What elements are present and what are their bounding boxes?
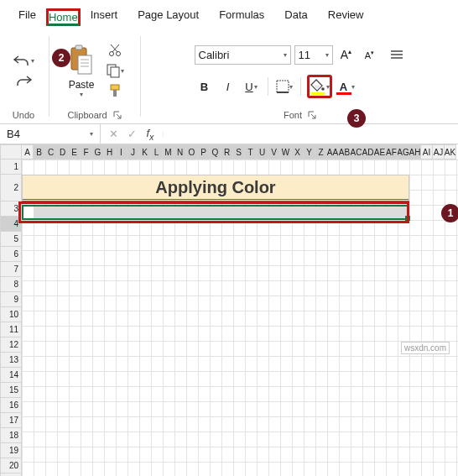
col-header[interactable]: AG [398, 144, 409, 160]
col-header[interactable]: L [151, 144, 163, 160]
col-header[interactable]: D [57, 144, 69, 160]
formula-bar[interactable] [163, 131, 458, 138]
formula-bar-row: B4▾ ✕ ✓ fx [0, 124, 458, 144]
col-header[interactable]: AB [339, 144, 351, 160]
col-header[interactable]: B [34, 144, 45, 160]
tab-review[interactable]: Review [318, 3, 374, 26]
row-header[interactable]: 5 [0, 232, 22, 247]
col-header[interactable]: U [257, 144, 268, 160]
col-header[interactable]: AK [445, 144, 456, 160]
row-header[interactable]: 10 [0, 307, 22, 322]
spreadsheet-grid[interactable]: ABCDEFGHIJKLMNOPQRSTUVWXYZAAABACADAEAFAG… [0, 144, 458, 476]
row-header[interactable]: 18 [0, 428, 22, 443]
row-header[interactable]: 9 [0, 292, 22, 307]
underline-button[interactable]: U▾ [242, 75, 262, 98]
tab-data[interactable]: Data [274, 3, 317, 26]
svg-rect-1 [75, 45, 82, 50]
col-header[interactable]: AE [374, 144, 386, 160]
svg-point-7 [117, 52, 121, 56]
italic-button[interactable]: I [218, 75, 238, 98]
col-header[interactable]: F [81, 144, 92, 160]
font-group-label: Font [284, 110, 302, 120]
title-cell[interactable]: Applying Color [22, 175, 409, 201]
col-header[interactable]: T [245, 144, 257, 160]
format-painter-button[interactable] [103, 81, 127, 100]
row-header[interactable]: 6 [0, 247, 22, 262]
select-all-corner[interactable] [0, 144, 22, 160]
col-header[interactable]: J [128, 144, 139, 160]
col-header[interactable]: V [268, 144, 280, 160]
col-header[interactable]: R [221, 144, 233, 160]
row-header[interactable]: 16 [0, 398, 22, 413]
col-header[interactable]: Z [315, 144, 327, 160]
col-header[interactable]: M [163, 144, 174, 160]
paste-button[interactable]: Paste ▾ [63, 42, 100, 100]
undo-button[interactable]: ▾ [12, 51, 35, 70]
ribbon: ▾ Undo Paste ▾ [0, 26, 458, 124]
col-header[interactable]: G [92, 144, 104, 160]
col-header[interactable]: C [45, 144, 57, 160]
col-header[interactable]: E [69, 144, 81, 160]
fill-color-button[interactable]: ▾ [307, 75, 332, 98]
name-box[interactable]: B4▾ [0, 124, 101, 144]
borders-button[interactable]: ▾ [274, 75, 294, 98]
row-header[interactable]: 20 [0, 458, 22, 473]
row-header[interactable]: 11 [0, 322, 22, 337]
col-header[interactable]: AC [351, 144, 362, 160]
row-header[interactable]: 8 [0, 277, 22, 292]
col-header[interactable]: AI [421, 144, 433, 160]
col-header[interactable]: P [198, 144, 210, 160]
svg-rect-15 [277, 81, 289, 92]
col-header[interactable]: S [233, 144, 245, 160]
font-color-button[interactable]: A▾ [336, 75, 356, 98]
fx-button[interactable]: fx [143, 127, 158, 142]
col-header[interactable]: O [186, 144, 198, 160]
increase-font-button[interactable]: A▴ [336, 43, 357, 66]
redo-button[interactable] [12, 71, 35, 90]
tab-page-layout[interactable]: Page Layout [128, 3, 209, 26]
annotation-badge-1: 1 [441, 204, 458, 222]
paint-bucket-icon [310, 78, 326, 95]
font-name-select[interactable]: Calibri▾ [195, 45, 291, 65]
row-header[interactable]: 15 [0, 383, 22, 398]
row-header[interactable]: 14 [0, 368, 22, 383]
col-header[interactable]: AH [409, 144, 421, 160]
col-header[interactable]: W [280, 144, 292, 160]
tab-formulas[interactable]: Formulas [209, 3, 274, 26]
col-header[interactable]: A [22, 144, 34, 160]
cut-button[interactable] [103, 41, 127, 60]
tab-insert[interactable]: Insert [81, 3, 128, 26]
row-header[interactable]: 17 [0, 413, 22, 428]
col-header[interactable]: Y [304, 144, 315, 160]
decrease-font-button[interactable]: A▾ [360, 43, 380, 66]
dialog-launcher-icon[interactable] [307, 110, 317, 120]
col-header[interactable]: N [174, 144, 186, 160]
row-header[interactable]: 19 [0, 443, 22, 458]
col-header[interactable]: K [139, 144, 151, 160]
svg-rect-2 [78, 55, 91, 74]
col-header[interactable]: Q [210, 144, 221, 160]
font-size-select[interactable]: 11▾ [294, 45, 333, 65]
col-header[interactable]: AD [362, 144, 374, 160]
col-header[interactable]: AA [327, 144, 339, 160]
row-header[interactable]: 12 [0, 337, 22, 353]
row-header[interactable]: 7 [0, 262, 22, 277]
svg-point-17 [321, 87, 325, 91]
svg-rect-18 [311, 92, 325, 95]
row-header[interactable]: 13 [0, 353, 22, 368]
tab-file[interactable]: File [8, 3, 46, 26]
row-header[interactable]: 1 [0, 160, 22, 175]
col-header[interactable]: X [292, 144, 304, 160]
menu-icon[interactable] [387, 43, 407, 66]
col-header[interactable]: I [116, 144, 128, 160]
col-header[interactable]: H [104, 144, 116, 160]
copy-button[interactable]: ▾ [103, 61, 127, 80]
dialog-launcher-icon[interactable] [112, 110, 122, 120]
svg-rect-11 [113, 90, 117, 97]
tab-home[interactable]: Home [46, 8, 81, 26]
col-header[interactable]: AJ [433, 144, 445, 160]
svg-rect-9 [111, 67, 119, 77]
bold-button[interactable]: B [195, 75, 215, 98]
row-header[interactable]: 2 [0, 175, 22, 201]
col-header[interactable]: AF [386, 144, 398, 160]
